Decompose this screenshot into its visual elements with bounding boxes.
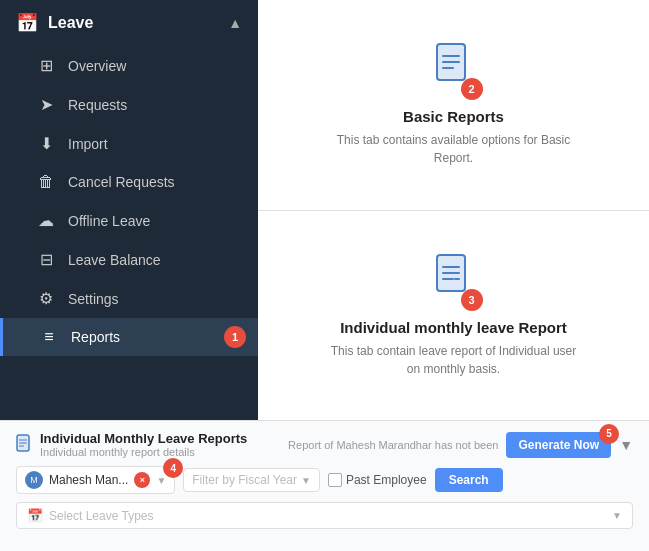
sidebar-item-overview[interactable]: ⊞ Overview xyxy=(0,46,258,85)
settings-icon: ⚙ xyxy=(36,289,56,308)
individual-monthly-title: Individual monthly leave Report xyxy=(340,319,567,336)
past-employee-label: Past Employee xyxy=(346,473,427,487)
calendar-small-icon: 📅 xyxy=(27,508,43,523)
basic-reports-title: Basic Reports xyxy=(403,108,504,125)
search-button[interactable]: Search xyxy=(435,468,503,492)
controls-row: M Mahesh Man... × ▼ 4 Filter by Fiscal Y… xyxy=(16,466,633,494)
bottom-panel-subtitle: Individual monthly report details xyxy=(40,446,247,458)
sidebar-item-requests[interactable]: ➤ Requests xyxy=(0,85,258,124)
reports-icon: ≡ xyxy=(39,328,59,346)
sidebar-item-label: Import xyxy=(68,136,108,152)
sidebar-item-leave-balance[interactable]: ⊟ Leave Balance xyxy=(0,240,258,279)
basic-reports-card[interactable]: 2 Basic Reports This tab contains availa… xyxy=(258,0,649,211)
report-status-text: Report of Mahesh Marandhar has not been xyxy=(288,439,498,451)
sidebar-item-label: Requests xyxy=(68,97,127,113)
content-panel: 2 Basic Reports This tab contains availa… xyxy=(258,0,649,420)
individual-monthly-badge: 3 xyxy=(461,289,483,311)
basic-reports-description: This tab contains available options for … xyxy=(324,131,584,167)
employee-select-badge: × xyxy=(134,472,150,488)
bottom-panel: Individual Monthly Leave Reports Individ… xyxy=(0,420,649,551)
sidebar-item-reports[interactable]: ≡ Reports 1 xyxy=(0,318,258,356)
sidebar-item-label: Cancel Requests xyxy=(68,174,175,190)
employee-select[interactable]: M Mahesh Man... × ▼ xyxy=(16,466,175,494)
employee-select-chevron: ▼ xyxy=(156,475,166,486)
sidebar-item-label: Leave Balance xyxy=(68,252,161,268)
individual-monthly-description: This tab contain leave report of Individ… xyxy=(324,342,584,378)
sidebar-item-label: Overview xyxy=(68,58,126,74)
generate-now-button[interactable]: Generate Now xyxy=(506,432,611,458)
generate-badge: 5 xyxy=(599,424,619,444)
individual-monthly-card[interactable]: 3 Individual monthly leave Report This t… xyxy=(258,211,649,421)
report-doc-icon xyxy=(16,434,32,456)
employee-badge: 4 xyxy=(163,458,183,478)
requests-icon: ➤ xyxy=(36,95,56,114)
overview-icon: ⊞ xyxy=(36,56,56,75)
sidebar-item-label: Offline Leave xyxy=(68,213,150,229)
past-employee-checkbox[interactable] xyxy=(328,473,342,487)
reports-badge: 1 xyxy=(224,326,246,348)
bottom-panel-title-group: Individual Monthly Leave Reports Individ… xyxy=(16,431,247,458)
basic-reports-icon-wrap: 2 xyxy=(435,42,473,96)
sidebar-item-offline-leave[interactable]: ☁ Offline Leave xyxy=(0,201,258,240)
leave-types-placeholder: Select Leave Types xyxy=(49,509,606,523)
sidebar-item-import[interactable]: ⬇ Import xyxy=(0,124,258,163)
employee-avatar: M xyxy=(25,471,43,489)
leave-types-chevron: ▼ xyxy=(612,510,622,521)
sidebar: 📅 Leave ▲ ⊞ Overview ➤ Requests ⬇ Import… xyxy=(0,0,258,420)
filter-icon[interactable]: ▼ xyxy=(619,437,633,453)
individual-monthly-icon-wrap: 3 xyxy=(435,253,473,307)
leave-types-select[interactable]: 📅 Select Leave Types ▼ xyxy=(16,502,633,529)
chevron-up-icon: ▲ xyxy=(228,15,242,31)
balance-icon: ⊟ xyxy=(36,250,56,269)
offline-icon: ☁ xyxy=(36,211,56,230)
bottom-panel-header-right: Report of Mahesh Marandhar has not been … xyxy=(288,432,633,458)
cancel-icon: 🗑 xyxy=(36,173,56,191)
fiscal-chevron: ▼ xyxy=(301,475,311,486)
fiscal-placeholder: Filter by Fiscal Year xyxy=(192,473,297,487)
import-icon: ⬇ xyxy=(36,134,56,153)
sidebar-header-title: Leave xyxy=(48,14,93,32)
sidebar-item-cancel-requests[interactable]: 🗑 Cancel Requests xyxy=(0,163,258,201)
calendar-icon: 📅 xyxy=(16,12,38,34)
sidebar-item-label: Settings xyxy=(68,291,119,307)
bottom-panel-header: Individual Monthly Leave Reports Individ… xyxy=(16,431,633,458)
sidebar-header: 📅 Leave ▲ xyxy=(0,0,258,46)
fiscal-year-select[interactable]: Filter by Fiscal Year ▼ xyxy=(183,468,320,492)
sidebar-item-settings[interactable]: ⚙ Settings xyxy=(0,279,258,318)
employee-name: Mahesh Man... xyxy=(49,473,128,487)
bottom-panel-title: Individual Monthly Leave Reports xyxy=(40,431,247,446)
past-employee-checkbox-group[interactable]: Past Employee xyxy=(328,473,427,487)
basic-reports-badge: 2 xyxy=(461,78,483,100)
sidebar-item-label: Reports xyxy=(71,329,120,345)
